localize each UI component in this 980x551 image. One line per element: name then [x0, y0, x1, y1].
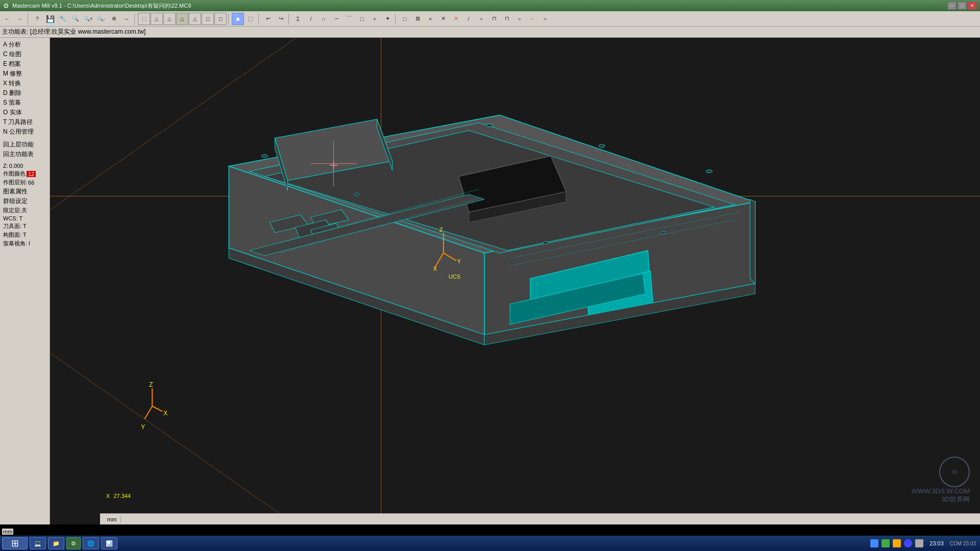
taskbar-item-2[interactable]: 📁	[48, 537, 64, 549]
x2-button[interactable]: ✕	[437, 13, 449, 25]
taskbar-icon-3: ⚙	[71, 540, 76, 547]
tray-icon-5	[915, 539, 923, 547]
line-button[interactable]: /	[305, 13, 317, 25]
dim3-button[interactable]: ÷	[539, 13, 551, 25]
x1-button[interactable]: ×	[424, 13, 436, 25]
dim2-button[interactable]: ÷	[526, 13, 538, 25]
rect-button[interactable]: □	[356, 13, 368, 25]
svg-text:X: X	[163, 410, 167, 417]
taskbar-item-4[interactable]: 🌐	[83, 537, 99, 549]
taskbar-item-1[interactable]: 💻	[30, 537, 46, 549]
view-iso-button[interactable]: △	[176, 13, 188, 25]
title-area: ⚙ Mastercam Mill v9.1 - C:\Users\Adminis…	[3, 2, 191, 10]
view-front-button[interactable]: △	[151, 13, 163, 25]
layer-btn2[interactable]: ⊓	[501, 13, 513, 25]
left-panel: A 分析 C 绘图 E 档案 M 修整 X 转换 D 删除 S 萤幕 O 实体 …	[0, 38, 50, 524]
menu-item-main[interactable]: 回主功能表	[2, 149, 47, 159]
arc-button[interactable]: ∩	[317, 13, 330, 25]
coord-x-label: X	[106, 493, 110, 499]
layer-label: 作图层别:	[3, 179, 27, 186]
tray-icon-1	[870, 539, 878, 547]
view-btn5[interactable]: ◻	[202, 13, 214, 25]
forward-button[interactable]: →	[14, 13, 26, 25]
view-btn4[interactable]: △	[189, 13, 201, 25]
menubar: 主功能表: [总经理:欣昊实业 www.mastercam.com.tw]	[0, 27, 980, 38]
titlebar: ⚙ Mastercam Mill v9.1 - C:\Users\Adminis…	[0, 0, 980, 11]
z-label: Z:	[3, 163, 8, 169]
svg-marker-27	[750, 199, 755, 284]
maximize-button[interactable]: □	[958, 2, 967, 10]
menu-item-screen[interactable]: S 萤幕	[2, 98, 47, 108]
window-controls: ─ □ ✕	[947, 2, 977, 10]
close-button[interactable]: ✕	[968, 2, 977, 10]
taskbar-icon-4: 🌐	[87, 540, 94, 547]
x3-button[interactable]: ✕	[450, 13, 462, 25]
dim1-button[interactable]: ÷	[513, 13, 526, 25]
menu-item-delete[interactable]: D 删除	[2, 88, 47, 98]
layer-btn1[interactable]: ⊓	[488, 13, 500, 25]
window-title: Mastercam Mill v9.1 - C:\Users\Administr…	[12, 2, 191, 10]
zoom-out-button[interactable]: 🔍-	[95, 13, 107, 25]
select-chain-button[interactable]: ⊠	[411, 13, 424, 25]
menu-item-draw[interactable]: C 绘图	[2, 49, 47, 59]
canvas-3d[interactable]: Y X Z Z Y UCS X	[50, 38, 980, 524]
analyze-button[interactable]: Σ	[292, 13, 304, 25]
minimize-button[interactable]: ─	[947, 2, 957, 10]
menu-item-utilities[interactable]: N 公用管理	[2, 127, 47, 137]
point-button[interactable]: +	[369, 13, 381, 25]
menu-item-attr[interactable]: 图素属性	[2, 187, 47, 196]
toolbar-separator-3	[228, 13, 230, 24]
layer-value: 66	[28, 180, 34, 186]
svg-point-20	[706, 170, 712, 173]
view-label: 萤幕视角: I	[2, 239, 47, 248]
taskbar-item-3[interactable]: ⚙	[66, 537, 81, 549]
settings-button[interactable]: 🔧	[57, 13, 69, 25]
svg-point-19	[599, 144, 605, 147]
menu-item-group[interactable]: 群组设定	[2, 196, 47, 206]
menubar-text: 主功能表: [总经理:欣昊实业 www.mastercam.com.tw]	[2, 28, 145, 36]
svg-point-23	[660, 231, 666, 234]
taskbar-item-5[interactable]: 📊	[101, 537, 117, 549]
rotate-button[interactable]: ↔	[120, 13, 133, 25]
z-status-row: Z: 0.000	[2, 162, 47, 169]
menu-item-file[interactable]: E 档案	[2, 59, 47, 69]
menu-item-analyze[interactable]: A 分析	[2, 40, 47, 49]
pan-button[interactable]: ⊕	[108, 13, 120, 25]
tray-icon-4	[904, 539, 912, 547]
color-row: 作图颜色 12	[2, 169, 47, 178]
viewport[interactable]: Y X Z Z Y UCS X	[50, 38, 980, 524]
spline-button[interactable]: ∼	[330, 13, 342, 25]
color-label: 作图颜色	[3, 170, 26, 178]
menu-item-toolpath[interactable]: T 刀具路径	[2, 117, 47, 127]
wireframe-button[interactable]: ⬚	[244, 13, 257, 25]
div1-button[interactable]: /	[462, 13, 475, 25]
svg-point-22	[543, 241, 548, 244]
svg-text:Y: Y	[457, 258, 461, 264]
view-btn6[interactable]: ◻	[214, 13, 227, 25]
back-button[interactable]: ←	[1, 13, 13, 25]
save-button[interactable]: 💾	[44, 13, 56, 25]
menu-item-modify[interactable]: M 修整	[2, 69, 47, 79]
start-button[interactable]: ⊞	[2, 537, 28, 549]
menu-item-back[interactable]: 回上层功能	[2, 140, 47, 149]
view-top-button[interactable]: ⬚	[138, 13, 150, 25]
undo-button[interactable]: ↩	[262, 13, 274, 25]
zoom-fit-button[interactable]: 🔍	[69, 13, 82, 25]
view-right-button[interactable]: △	[163, 13, 176, 25]
curve-button[interactable]: ⌒	[343, 13, 355, 25]
part-svg: Y X Z Z Y UCS X	[50, 38, 980, 524]
shading-button[interactable]: ■	[232, 13, 244, 25]
menu-item-solid[interactable]: O 实体	[2, 108, 47, 117]
mm-label: mm	[2, 529, 13, 535]
trim-button[interactable]: ÷	[475, 13, 487, 25]
help-button[interactable]: ?	[31, 13, 43, 25]
zoom-in-button[interactable]: 🔍+	[82, 13, 94, 25]
chamfer-button[interactable]: ✦	[381, 13, 394, 25]
menu-item-xform[interactable]: X 转换	[2, 79, 47, 88]
mm-status: mm	[103, 516, 121, 522]
select-all-button[interactable]: □	[399, 13, 411, 25]
redo-button[interactable]: ↪	[275, 13, 287, 25]
color-value: 12	[27, 171, 36, 177]
watermark-logo: 3D	[939, 457, 970, 487]
svg-point-18	[486, 124, 493, 127]
